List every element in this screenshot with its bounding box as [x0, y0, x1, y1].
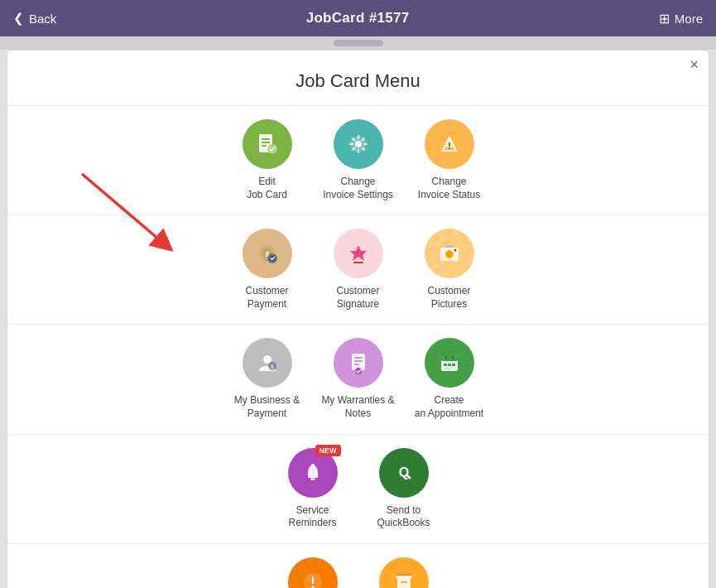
change-invoice-settings-icon [334, 119, 383, 169]
grid-icon: ⊞ [659, 11, 670, 27]
edit-job-card-label: EditJob Card [247, 176, 287, 201]
change-invoice-status-icon [425, 119, 474, 169]
svg-point-21 [454, 249, 456, 252]
svg-text:Q: Q [398, 465, 408, 480]
change-invoice-status-label: ChangeInvoice Status [418, 176, 480, 201]
menu-row-4: new ServiceReminders Q Send toQuickBooks [7, 435, 709, 543]
svg-rect-49 [396, 574, 412, 576]
svg-text:$: $ [271, 364, 274, 369]
svg-rect-34 [444, 364, 447, 366]
send-quickbooks-icon: Q [379, 448, 429, 498]
my-business-payment-icon: $ [243, 338, 292, 388]
header-bar: ❮ Back JobCard #1577 ⊞ More [0, 0, 716, 36]
menu-row-3: $ My Business &Payment [7, 325, 709, 433]
edit-job-card-item[interactable]: EditJob Card [222, 119, 313, 201]
change-invoice-status-item[interactable]: ChangeInvoice Status [404, 119, 495, 201]
svg-rect-38 [448, 368, 451, 369]
customer-payment-icon: $ [243, 229, 292, 278]
svg-point-22 [263, 355, 272, 364]
svg-rect-8 [449, 142, 450, 147]
my-warranties-notes-item[interactable]: My Warranties &Notes [313, 338, 404, 420]
back-label: Back [29, 12, 56, 26]
create-appointment-icon [425, 338, 474, 388]
my-warranties-notes-icon [334, 338, 383, 388]
customer-signature-item[interactable]: CustomerSignature [313, 229, 404, 311]
back-button[interactable]: ❮ Back [13, 11, 56, 26]
svg-rect-17 [353, 262, 363, 263]
customer-signature-icon [334, 229, 383, 278]
more-button[interactable]: ⊞ More [659, 11, 703, 27]
svg-rect-36 [452, 364, 455, 366]
new-badge: new [315, 445, 341, 456]
modal-title: Job Card Menu [7, 51, 709, 105]
edit-job-card-icon [243, 119, 292, 169]
svg-rect-1 [262, 138, 270, 140]
svg-rect-27 [354, 360, 363, 362]
svg-rect-28 [354, 364, 359, 365]
svg-point-6 [355, 141, 362, 147]
archive-jobcard-icon [379, 557, 429, 588]
service-reminders-item[interactable]: new ServiceReminders [267, 448, 358, 530]
send-quickbooks-item[interactable]: Q Send toQuickBooks [358, 448, 449, 530]
archive-jobcard-item[interactable]: ArhiveJobCard [358, 557, 449, 588]
my-business-payment-label: My Business &Payment [234, 394, 300, 420]
change-invoice-settings-item[interactable]: ChangeInvoice Settings [313, 119, 404, 201]
menu-row-2: $ CustomerPayment Customer [7, 215, 709, 324]
svg-rect-37 [444, 368, 447, 369]
delete-jobcard-icon [288, 557, 338, 588]
customer-pictures-icon [425, 229, 474, 278]
svg-rect-26 [354, 357, 363, 359]
more-label: More [675, 12, 703, 26]
service-reminders-label: ServiceReminders [288, 504, 336, 530]
svg-rect-33 [452, 355, 454, 359]
bg-strip [0, 36, 716, 50]
my-warranties-notes-label: My Warranties &Notes [321, 394, 394, 420]
svg-rect-47 [397, 578, 411, 588]
svg-rect-48 [401, 581, 407, 583]
svg-marker-16 [350, 245, 367, 261]
svg-point-20 [447, 252, 452, 257]
svg-rect-35 [448, 364, 451, 366]
page-title: JobCard #1577 [306, 10, 410, 27]
svg-rect-39 [310, 478, 315, 480]
change-invoice-settings-label: ChangeInvoice Settings [323, 176, 393, 201]
svg-point-15 [269, 255, 276, 262]
job-card-menu-modal: × Job Card Menu EditJob Card [7, 50, 709, 588]
customer-payment-item[interactable]: $ CustomerPayment [222, 229, 313, 311]
back-chevron-icon: ❮ [13, 11, 24, 26]
svg-rect-44 [312, 576, 314, 584]
svg-rect-2 [262, 142, 270, 143]
customer-pictures-label: CustomerPictures [427, 285, 470, 311]
create-appointment-item[interactable]: Createan Appointment [404, 338, 495, 420]
delete-jobcard-item[interactable]: DeleteJobCard [267, 557, 358, 588]
menu-row-1: EditJob Card ChangeInvoice Settings [7, 106, 709, 214]
create-appointment-label: Createan Appointment [415, 394, 483, 420]
send-quickbooks-label: Send toQuickBooks [377, 504, 430, 530]
svg-rect-3 [262, 145, 267, 147]
svg-rect-31 [441, 357, 458, 361]
customer-payment-label: CustomerPayment [245, 285, 288, 311]
svg-point-40 [311, 464, 315, 467]
customer-pictures-item[interactable]: CustomerPictures [404, 229, 495, 311]
my-business-payment-item[interactable]: $ My Business &Payment [222, 338, 313, 420]
menu-row-5: DeleteJobCard ArhiveJobCard [7, 544, 709, 588]
svg-point-9 [449, 147, 450, 149]
close-button[interactable]: × [690, 57, 699, 72]
svg-rect-32 [445, 355, 447, 359]
customer-signature-label: CustomerSignature [336, 285, 379, 311]
